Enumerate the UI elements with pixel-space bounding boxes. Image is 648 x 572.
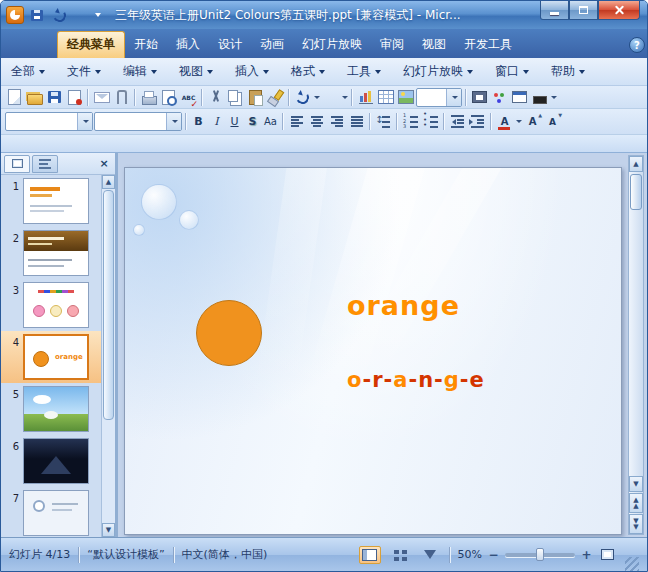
align-left-icon[interactable] [287, 112, 306, 131]
email-icon[interactable] [92, 88, 111, 107]
line-spacing-icon[interactable] [374, 112, 393, 131]
word-spelling-text[interactable]: o-r-a-n-g-e [347, 368, 485, 392]
paste-icon[interactable] [246, 88, 265, 107]
tab-view[interactable]: 视图 [413, 32, 455, 58]
chevron-down-icon[interactable] [516, 120, 522, 123]
bold-button[interactable]: B [190, 113, 207, 131]
new-file-icon[interactable] [5, 88, 24, 107]
word-text[interactable]: orange [347, 290, 460, 321]
powerpoint-app-icon[interactable] [6, 6, 24, 24]
font-size-combo[interactable] [94, 112, 182, 131]
chevron-down-icon[interactable] [314, 96, 320, 99]
open-folder-icon[interactable] [25, 88, 44, 107]
chevron-down-icon[interactable] [166, 113, 181, 130]
slide-sorter-view-button[interactable] [389, 546, 411, 564]
customize-quick-access-icon[interactable] [95, 13, 101, 17]
bullets-icon[interactable] [421, 112, 440, 131]
justify-icon[interactable] [347, 112, 366, 131]
insert-chart-icon[interactable] [356, 88, 375, 107]
redo-icon[interactable] [72, 6, 90, 24]
zoom-level[interactable]: 50% [458, 548, 482, 561]
sidebar-scrollbar[interactable]: ▲ ▼ [101, 175, 115, 537]
print-preview-icon[interactable] [159, 88, 178, 107]
font-combo[interactable] [5, 112, 93, 131]
slide-thumbnail-row-3[interactable]: 3 [1, 279, 101, 331]
underline-button[interactable]: U [226, 113, 243, 131]
menu-insert[interactable]: 插入 [235, 63, 269, 80]
chevron-down-icon[interactable] [446, 89, 461, 106]
increase-indent-icon[interactable] [468, 112, 487, 131]
menu-file[interactable]: 文件 [67, 63, 101, 80]
save-icon[interactable] [45, 88, 64, 107]
language-indicator[interactable]: 中文(简体，中国) [182, 547, 268, 562]
insert-media-icon[interactable] [470, 88, 489, 107]
close-pane-icon[interactable]: × [96, 156, 112, 172]
slide-thumbnail-row-6[interactable]: 6 [1, 435, 101, 487]
next-slide-icon[interactable]: ▼▼ [629, 514, 643, 534]
align-center-icon[interactable] [307, 112, 326, 131]
slide-thumbnail-row-4-selected[interactable]: 4 orange [1, 331, 101, 383]
slide-4-thumbnail[interactable]: orange [23, 334, 89, 380]
slide-3-thumbnail[interactable] [23, 282, 89, 328]
zoom-slider[interactable] [505, 553, 575, 557]
tab-home[interactable]: 开始 [125, 32, 167, 58]
close-button[interactable] [598, 1, 640, 20]
undo-icon[interactable] [50, 6, 68, 24]
menu-slideshow[interactable]: 幻灯片放映 [403, 63, 473, 80]
menu-edit[interactable]: 编辑 [123, 63, 157, 80]
grow-font-icon[interactable]: A [523, 112, 542, 131]
slide-2-thumbnail[interactable] [23, 230, 89, 276]
align-right-icon[interactable] [327, 112, 346, 131]
scroll-up-icon[interactable]: ▲ [629, 156, 643, 172]
tab-design[interactable]: 设计 [209, 32, 251, 58]
outline-tab[interactable] [32, 155, 58, 173]
menu-window[interactable]: 窗口 [495, 63, 529, 80]
shrink-font-icon[interactable]: A [543, 112, 562, 131]
slide-thumbnail-row-7[interactable]: 7 [1, 487, 101, 537]
slide-thumbnail-row-1[interactable]: 1 [1, 175, 101, 227]
help-icon[interactable]: ? [629, 37, 645, 53]
tab-animation[interactable]: 动画 [251, 32, 293, 58]
slide-1-thumbnail[interactable] [23, 178, 89, 224]
attach-file-icon[interactable] [112, 88, 131, 107]
menu-all[interactable]: 全部 [11, 63, 45, 80]
resize-grip[interactable] [625, 557, 639, 571]
tab-slideshow[interactable]: 幻灯片放映 [293, 32, 371, 58]
insert-picture-icon[interactable] [396, 88, 415, 107]
numbering-icon[interactable] [401, 112, 420, 131]
previous-slide-icon[interactable]: ▲▲ [629, 493, 643, 513]
zoom-out-icon[interactable]: − [487, 548, 500, 561]
italic-button[interactable]: I [208, 113, 225, 131]
chevron-down-icon[interactable] [342, 96, 348, 99]
print-icon[interactable] [139, 88, 158, 107]
decrease-indent-icon[interactable] [448, 112, 467, 131]
change-case-button[interactable]: Aa [262, 113, 279, 131]
minimize-button[interactable] [540, 1, 569, 20]
color-scheme-icon[interactable] [490, 88, 509, 107]
slide-thumbnail-row-5[interactable]: 5 [1, 383, 101, 435]
scrollbar-thumb[interactable] [103, 190, 114, 420]
tab-insert[interactable]: 插入 [167, 32, 209, 58]
slide-6-thumbnail[interactable] [23, 438, 89, 484]
copy-icon[interactable] [226, 88, 245, 107]
spelling-check-icon[interactable]: ABC [179, 88, 198, 107]
chevron-down-icon[interactable] [77, 113, 92, 130]
slide-7-thumbnail[interactable] [23, 490, 89, 536]
insert-table-icon[interactable] [376, 88, 395, 107]
text-shadow-button[interactable]: S [244, 113, 261, 131]
scrollbar-thumb[interactable] [630, 174, 642, 210]
zoom-in-icon[interactable]: + [580, 548, 593, 561]
redo-icon[interactable] [321, 88, 340, 107]
slide-5-thumbnail[interactable] [23, 386, 89, 432]
new-window-icon[interactable] [510, 88, 529, 107]
permission-icon[interactable] [65, 88, 84, 107]
scroll-down-icon[interactable]: ▼ [102, 523, 115, 537]
scroll-down-icon[interactable]: ▼ [629, 476, 643, 492]
slide-canvas[interactable]: orange o-r-a-n-g-e [124, 167, 622, 535]
menu-tools[interactable]: 工具 [347, 63, 381, 80]
scroll-up-icon[interactable]: ▲ [102, 175, 115, 189]
normal-view-button[interactable] [359, 546, 381, 564]
design-template-name[interactable]: “默认设计模板” [87, 547, 164, 562]
zoom-combo[interactable] [416, 88, 462, 107]
slide-thumbnail-row-2[interactable]: 2 [1, 227, 101, 279]
